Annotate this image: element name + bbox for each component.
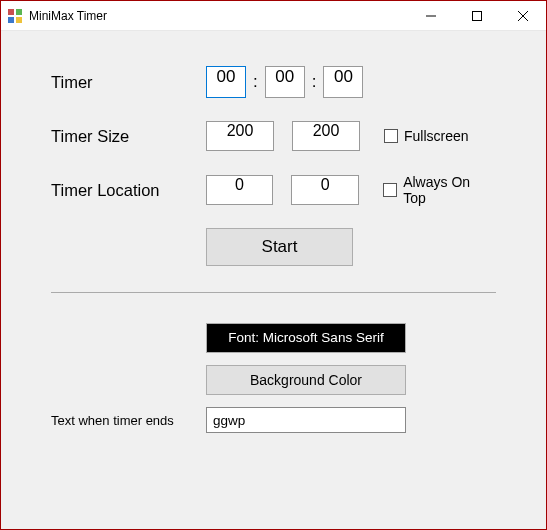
timer-height-input[interactable]: 200: [292, 121, 360, 151]
always-on-top-checkbox[interactable]: Always On Top: [383, 174, 496, 206]
timer-width-input[interactable]: 200: [206, 121, 274, 151]
checkbox-icon: [384, 129, 398, 143]
time-separator: :: [253, 72, 258, 92]
svg-rect-0: [8, 9, 14, 15]
background-color-button[interactable]: Background Color: [206, 365, 406, 395]
timer-location-row: Timer Location 0 0 Always On Top: [51, 174, 496, 206]
timer-y-input[interactable]: 0: [291, 175, 359, 205]
time-separator: :: [312, 72, 317, 92]
fullscreen-label: Fullscreen: [404, 128, 469, 144]
close-icon: [518, 11, 528, 21]
maximize-button[interactable]: [454, 1, 500, 31]
timer-row: Timer 00 : 00 : 00: [51, 66, 496, 98]
font-button[interactable]: Font: Microsoft Sans Serif: [206, 323, 406, 353]
maximize-icon: [472, 11, 482, 21]
timer-label: Timer: [51, 73, 206, 92]
timer-size-row: Timer Size 200 200 Fullscreen: [51, 120, 496, 152]
section-divider: [51, 292, 496, 293]
svg-rect-5: [473, 11, 482, 20]
minimize-button[interactable]: [408, 1, 454, 31]
window-title: MiniMax Timer: [29, 9, 107, 23]
start-row: Start: [51, 228, 496, 266]
timer-location-label: Timer Location: [51, 181, 206, 200]
timer-seconds-input[interactable]: 00: [323, 66, 363, 98]
end-text-label: Text when timer ends: [51, 413, 206, 428]
end-text-input[interactable]: [206, 407, 406, 433]
checkbox-icon: [383, 183, 397, 197]
fullscreen-checkbox[interactable]: Fullscreen: [384, 128, 469, 144]
minimize-icon: [426, 11, 436, 21]
app-window: MiniMax Timer Timer 00 : 00 : 00 Timer S…: [0, 0, 547, 530]
timer-x-input[interactable]: 0: [206, 175, 274, 205]
svg-rect-3: [16, 17, 22, 23]
titlebar: MiniMax Timer: [1, 1, 546, 31]
app-icon: [7, 8, 23, 24]
start-button[interactable]: Start: [206, 228, 353, 266]
timer-hours-input[interactable]: 00: [206, 66, 246, 98]
content-area: Timer 00 : 00 : 00 Timer Size 200 200 Fu…: [1, 31, 546, 529]
timer-size-label: Timer Size: [51, 127, 206, 146]
always-on-top-label: Always On Top: [403, 174, 496, 206]
timer-minutes-input[interactable]: 00: [265, 66, 305, 98]
close-button[interactable]: [500, 1, 546, 31]
svg-rect-2: [8, 17, 14, 23]
end-text-row: Text when timer ends: [51, 407, 496, 433]
svg-rect-1: [16, 9, 22, 15]
